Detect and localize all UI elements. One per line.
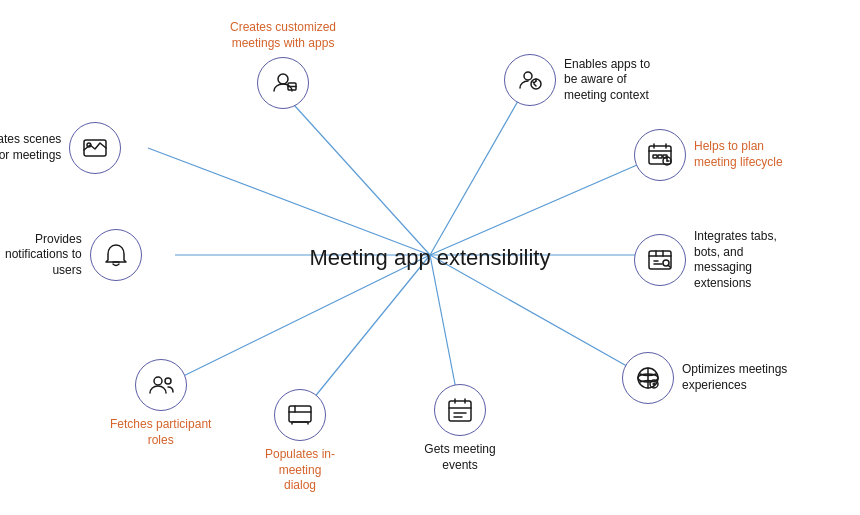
node-meeting-events: Gets meeting events — [405, 384, 515, 473]
node-participant-roles: Fetches participant roles — [110, 359, 211, 448]
svg-rect-41 — [449, 401, 471, 421]
meeting-context-icon — [504, 54, 556, 106]
optimize-meetings-icon — [622, 352, 674, 404]
svg-line-35 — [668, 265, 670, 267]
meeting-events-label: Gets meeting events — [405, 442, 515, 473]
svg-line-3 — [148, 148, 430, 255]
tabs-bots-icon — [634, 234, 686, 286]
svg-line-2 — [430, 155, 660, 255]
customized-meetings-icon — [257, 57, 309, 109]
node-meeting-lifecycle: Helps to plan meeting lifecycle — [634, 129, 783, 181]
diagram-container: Meeting app extensibility Creates custom… — [0, 0, 860, 515]
meeting-lifecycle-label: Helps to plan meeting lifecycle — [694, 139, 783, 170]
center-title: Meeting app extensibility — [310, 245, 551, 271]
node-meeting-context: Enables apps to be aware of meeting cont… — [504, 54, 650, 106]
node-in-meeting-dialog: Populates in-meeting dialog — [245, 389, 355, 494]
notifications-icon — [90, 229, 142, 281]
svg-line-1 — [430, 80, 530, 255]
in-meeting-dialog-label: Populates in-meeting dialog — [245, 447, 355, 494]
svg-line-9 — [430, 255, 648, 378]
svg-point-13 — [524, 72, 532, 80]
node-tabs-bots: Integrates tabs, bots, and messaging ext… — [634, 229, 804, 291]
svg-rect-22 — [658, 155, 662, 158]
scenes-label: Creates scenes for meetings — [0, 132, 61, 163]
optimize-meetings-label: Optimizes meetings experiences — [682, 362, 787, 393]
svg-point-37 — [165, 378, 171, 384]
in-meeting-dialog-icon — [274, 389, 326, 441]
tabs-bots-label: Integrates tabs, bots, and messaging ext… — [694, 229, 804, 291]
customized-meetings-label: Creates customized meetings with apps — [230, 20, 336, 51]
meeting-context-label: Enables apps to be aware of meeting cont… — [564, 57, 650, 104]
node-scenes: Creates scenes for meetings — [0, 122, 121, 174]
meeting-lifecycle-icon — [634, 129, 686, 181]
node-optimize-meetings: Optimizes meetings experiences — [622, 352, 787, 404]
svg-line-0 — [285, 95, 430, 255]
svg-rect-38 — [289, 406, 311, 422]
scenes-icon — [69, 122, 121, 174]
participant-roles-icon — [135, 359, 187, 411]
node-customized-meetings: Creates customized meetings with apps — [230, 20, 336, 109]
svg-point-36 — [154, 377, 162, 385]
meeting-events-icon — [434, 384, 486, 436]
svg-line-15 — [534, 84, 536, 86]
notifications-label: Provides notifications to users — [5, 232, 82, 279]
participant-roles-label: Fetches participant roles — [110, 417, 211, 448]
node-notifications: Provides notifications to users — [5, 229, 142, 281]
svg-rect-21 — [653, 155, 657, 158]
svg-point-10 — [278, 74, 288, 84]
